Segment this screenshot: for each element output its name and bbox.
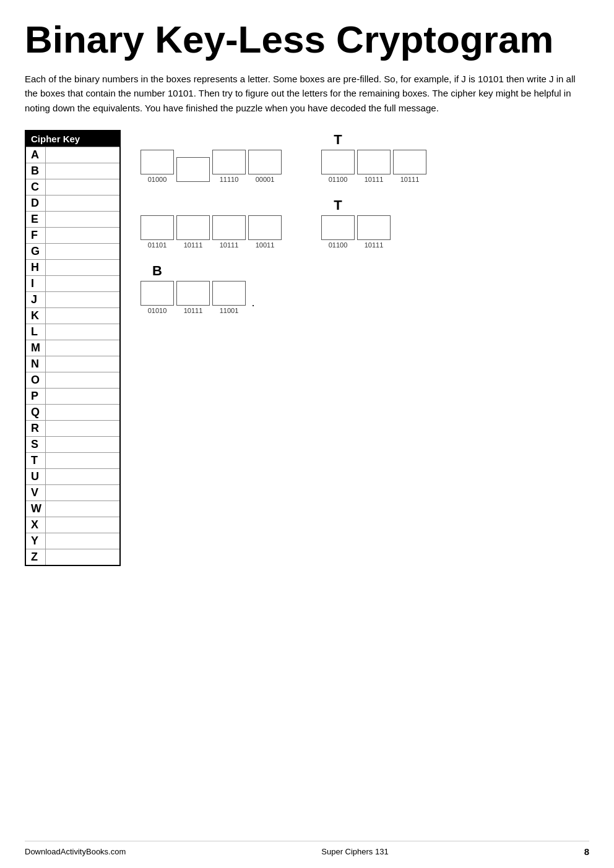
cipher-key-row: G (26, 243, 119, 259)
cipher-key-row: S (26, 436, 119, 452)
cell-letter (139, 196, 175, 215)
cell-letter (211, 130, 247, 150)
cipher-key-value[interactable] (46, 453, 119, 468)
cipher-key-letter: T (26, 453, 46, 468)
cell-code: 01100 (321, 176, 355, 183)
cell-letter (247, 196, 283, 215)
cell-box[interactable] (212, 150, 246, 174)
cipher-key-value[interactable] (46, 437, 119, 452)
cipher-key-letter: X (26, 517, 46, 533)
cell-box[interactable] (321, 215, 355, 240)
cipher-key-row: Y (26, 533, 119, 549)
page-title: Binary Key-Less Cryptogram (25, 19, 589, 61)
cipher-key-value[interactable] (46, 372, 119, 388)
cipher-key-row: P (26, 388, 119, 404)
cell-box[interactable] (393, 150, 426, 174)
cell-10111-a: 10111 (175, 196, 211, 249)
cipher-key-row: A (26, 147, 119, 163)
cipher-key-value[interactable] (46, 196, 119, 211)
cipher-key-value[interactable] (46, 501, 119, 517)
cipher-key-letter: P (26, 389, 46, 404)
cell-box[interactable] (248, 215, 282, 240)
cell-box[interactable] (176, 215, 210, 240)
cipher-key-row: B (26, 163, 119, 179)
cipher-key-value[interactable] (46, 469, 119, 484)
cipher-key-letter: K (26, 308, 46, 324)
cell-box[interactable] (141, 215, 174, 240)
cipher-key-value[interactable] (46, 324, 119, 340)
cell-box[interactable] (212, 215, 246, 240)
cell-01000: 01000 (139, 130, 175, 183)
cipher-key-value[interactable] (46, 308, 119, 324)
cell-letter (247, 130, 283, 150)
cell-letter (211, 261, 247, 281)
cipher-key-value[interactable] (46, 405, 119, 420)
cell-letter-T2: T (320, 196, 356, 215)
cipher-key-value[interactable] (46, 389, 119, 404)
cell-code: 10111 (212, 241, 246, 249)
cipher-key-row: W (26, 501, 119, 517)
cell-box[interactable] (321, 150, 355, 174)
cell-box[interactable] (212, 281, 246, 306)
cipher-key-value[interactable] (46, 421, 119, 436)
footer: DownloadActivityBooks.com Super Ciphers … (25, 841, 589, 857)
cipher-key-value[interactable] (46, 533, 119, 549)
cipher-key-value[interactable] (46, 340, 119, 356)
cipher-key-letter: G (26, 244, 46, 259)
cell-10111-d: 10111 (356, 130, 392, 183)
cipher-key-value[interactable] (46, 356, 119, 372)
cipher-key-letter: A (26, 147, 46, 163)
cipher-key-letter: W (26, 501, 46, 517)
cipher-key-row: J (26, 291, 119, 307)
cell-code: 11110 (212, 176, 246, 183)
cipher-key-value[interactable] (46, 549, 119, 565)
cell-box[interactable] (248, 150, 282, 174)
cell-code: 11001 (212, 307, 246, 314)
cipher-key-value[interactable] (46, 179, 119, 195)
cell-letter-B: B (139, 261, 175, 281)
puzzle-columns: 01000 11110 00001 (139, 130, 428, 314)
cell-box[interactable] (357, 150, 391, 174)
cipher-key-row: E (26, 211, 119, 227)
cell-01100-T1: T 01100 (320, 130, 356, 183)
footer-center: Super Ciphers 131 (321, 847, 388, 856)
cipher-key-row: U (26, 468, 119, 484)
cipher-key-value[interactable] (46, 147, 119, 163)
cipher-key-value[interactable] (46, 517, 119, 533)
cipher-key-value[interactable] (46, 276, 119, 291)
cipher-key-row: F (26, 227, 119, 243)
cell-code: 10111 (393, 176, 426, 183)
cell-10111-f: 10111 (356, 196, 392, 249)
cipher-key-value[interactable] (46, 485, 119, 501)
cell-box[interactable] (357, 215, 391, 240)
cipher-key-value[interactable] (46, 244, 119, 259)
cipher-key-letter: U (26, 469, 46, 484)
cell-letter (175, 261, 211, 281)
cell-box[interactable] (141, 150, 174, 174)
cell-box[interactable] (176, 281, 210, 306)
cipher-key-letter: Q (26, 405, 46, 420)
puzzle-right-col: T 01100 10111 10111 T (320, 130, 428, 249)
cipher-key-letter: S (26, 437, 46, 452)
cell-code: 10111 (176, 241, 210, 249)
cipher-key-row: L (26, 324, 119, 340)
cell-box[interactable] (141, 281, 174, 306)
cipher-key-value[interactable] (46, 163, 119, 179)
puzzle-row-2: 01101 10111 10111 10011 (139, 196, 283, 249)
cipher-key-letter: N (26, 356, 46, 372)
cipher-key-letter: V (26, 485, 46, 501)
cipher-key-value[interactable] (46, 260, 119, 275)
cell-box[interactable] (176, 157, 210, 182)
cipher-key-value[interactable] (46, 228, 119, 243)
cipher-key-table: Cipher Key ABCDEFGHIJKLMNOPQRSTUVWXYZ (25, 130, 121, 566)
cipher-key-letter: F (26, 228, 46, 243)
cell-letter (175, 137, 211, 157)
cipher-key-value[interactable] (46, 292, 119, 307)
cell-letter (392, 130, 428, 150)
cipher-key-row: Q (26, 404, 119, 420)
cipher-key-letter: Y (26, 533, 46, 549)
cipher-key-row: H (26, 259, 119, 275)
cipher-key-row: X (26, 517, 119, 533)
cipher-key-value[interactable] (46, 212, 119, 227)
cipher-key-letter: Z (26, 549, 46, 565)
